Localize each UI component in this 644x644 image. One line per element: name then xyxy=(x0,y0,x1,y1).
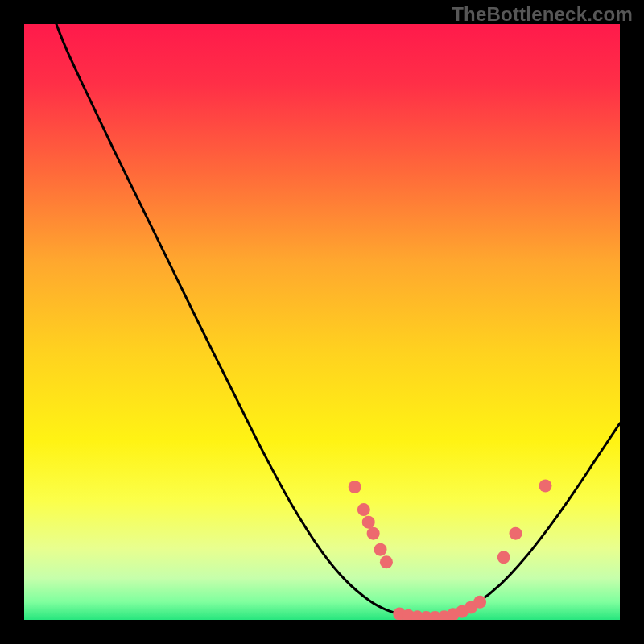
chart-plot-area xyxy=(24,24,620,620)
chart-background xyxy=(24,24,620,620)
watermark-text: TheBottleneck.com xyxy=(452,3,633,26)
chart-dot xyxy=(473,596,486,609)
chart-dot xyxy=(357,503,370,516)
chart-dot xyxy=(380,555,393,568)
chart-svg xyxy=(24,24,620,620)
chart-dot xyxy=(539,480,552,493)
chart-dot xyxy=(349,481,361,493)
chart-dot xyxy=(362,516,375,529)
chart-dot xyxy=(510,527,522,540)
chart-dot xyxy=(374,543,387,556)
chart-dot xyxy=(497,551,510,564)
chart-dot xyxy=(367,527,380,540)
